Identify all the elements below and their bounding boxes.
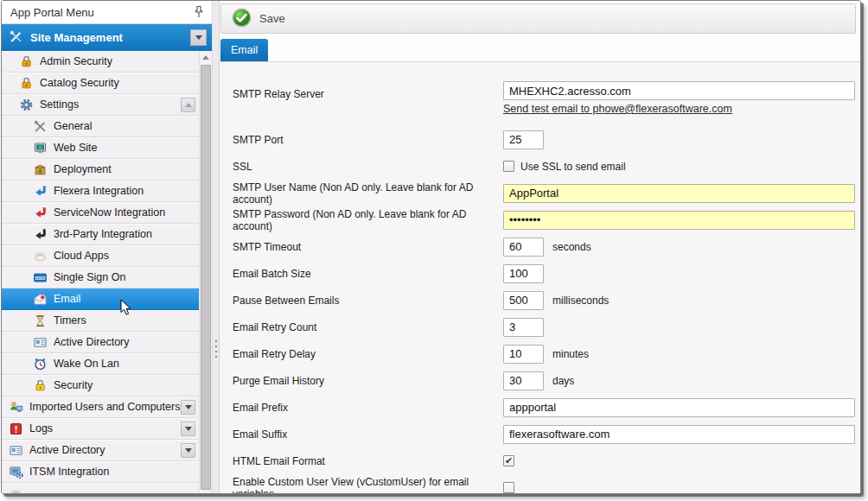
email-prefix-label: Email Prefix [233,402,503,414]
chevron-down-icon [185,405,192,409]
form-row-smtp-port: SMTP Port [233,126,860,153]
sidebar: App Portal Menu Site Management Admin Se… [2,1,212,493]
sidebar-group-site-management[interactable]: Site Management [2,24,212,51]
sidebar-item-logs[interactable]: !Logs [2,418,199,440]
sidebar-item-deployment[interactable]: Deployment [2,159,199,181]
form-row-smtp-relay-server: SMTP Relay ServerSend test email to phow… [233,81,860,126]
smtp-relay-server-input[interactable] [503,81,855,100]
sidebar-item-active-directory[interactable]: Active Directory [2,332,199,353]
form-row-email-retry-count: Email Retry Count [233,314,860,340]
sidebar-item-label: Web Site [54,142,98,154]
group-collapse-button[interactable] [190,29,207,46]
scroll-up-button[interactable] [200,51,212,64]
save-button[interactable]: Save [232,8,285,30]
scrollbar-thumb[interactable] [201,65,211,490]
send-test-email-link[interactable]: Send test email to phowe@flexerasoftware… [503,103,732,115]
sidebar-item-servicenow-integration[interactable]: ServiceNow Integration [2,202,199,224]
sidebar-item-timers[interactable]: Timers [2,310,199,332]
sidebar-item-label: Logs [29,422,53,434]
form-row-email-prefix: Email Prefix [233,394,860,421]
sidebar-item-admin-security[interactable]: Admin Security [2,51,199,73]
tab-email[interactable]: Email [220,39,268,61]
smtp-port-label: SMTP Port [233,134,503,146]
html-email-format-checkbox[interactable] [503,455,514,466]
splitter-grip-icon [215,340,217,358]
smtp-user-name-input[interactable] [503,184,855,203]
sidebar-item-web-site[interactable]: Web Site [2,137,199,159]
users-icon [9,400,23,415]
sidebar-item-imported-users-and-computers[interactable]: Imported Users and Computers [2,396,199,418]
pane-splitter[interactable] [212,1,220,493]
sidebar-item-label: Catalog Security [40,77,119,89]
sidebar-item-label: Settings [40,98,79,111]
email-prefix-input[interactable] [503,398,855,417]
chevron-down-icon [185,427,192,431]
sidebar-item-settings[interactable]: Settings [2,94,199,116]
smtp-relay-server-control: Send test email to phowe@flexerasoftware… [503,81,855,115]
form-row-smtp-user-name: SMTP User Name (Non AD only. Leave blank… [233,180,860,206]
settings-panel: SMTP Relay ServerSend test email to phow… [220,61,860,493]
pin-icon[interactable] [193,5,205,19]
sidebar-item-flexera-integration[interactable]: Flexera Integration [2,181,199,202]
sidebar-item-label: Timers [54,314,86,327]
sidebar-item-label: General [54,120,92,132]
sidebar-item-security[interactable]: Security [2,375,199,396]
email-retry-count-input[interactable] [503,318,544,337]
email-batch-size-control [503,264,544,283]
sidebar-item-3rd-party-integration[interactable]: 3rd-Party Integration [2,224,199,245]
dropdown-button[interactable] [181,422,195,436]
sidebar-title-bar: App Portal Menu [2,1,212,24]
smtp-timeout-input[interactable] [503,238,544,257]
purge-email-history-unit-label: days [552,375,574,387]
dropdown-button[interactable] [181,443,195,458]
ssl-checkbox[interactable] [503,161,514,172]
smtp-timeout-label: SMTP Timeout [233,241,503,253]
sidebar-item-catalog-security[interactable]: Catalog Security [2,73,199,94]
sidebar-item-wake-on-lan[interactable]: Wake On Lan [2,353,199,375]
sidebar-item-label: Active Directory [29,444,105,456]
pause-between-emails-unit-label: milliseconds [552,295,609,307]
purge-email-history-input[interactable] [503,371,544,390]
email-suffix-control [503,425,855,444]
email-prefix-control [503,398,855,417]
sidebar-item-single-sign-on[interactable]: SSOSingle Sign On [2,267,199,289]
sidebar-item-label: Imported Users and Computers [29,401,180,413]
collapse-button[interactable] [181,98,195,112]
enable-custom-user-view-checkbox[interactable] [503,482,514,493]
ssl-checkbox-label: Use SSL to send email [520,161,626,173]
form-row-smtp-timeout: SMTP Timeoutseconds [233,233,860,260]
email-suffix-label: Email Suffix [233,428,503,441]
sidebar-item-label: ServiceNow Integration [54,206,165,219]
sidebar-item-cloud-apps[interactable]: Cloud Apps [2,245,199,267]
email-retry-delay-control: minutes [503,345,589,364]
sidebar-item-label: Flexera Integration [54,185,144,197]
arrow-black-icon [33,227,48,242]
smtp-password-label: SMTP Password (Non AD only. Leave blank … [233,208,503,232]
lock-gold-icon [19,54,34,69]
sidebar-scrollbar[interactable] [199,51,212,492]
sidebar-item-partial-item[interactable] [2,483,199,493]
smtp-user-name-control [503,184,855,203]
sidebar-item-itsm-integration[interactable]: ITSM Integration [2,461,199,483]
chevron-up-icon [202,55,209,60]
sidebar-item-active-directory-group[interactable]: Active Directory [2,440,199,461]
ssl-control: Use SSL to send email [503,161,626,173]
form-row-purge-email-history: Purge Email Historydays [233,367,860,394]
sidebar-item-email[interactable]: Email [2,289,199,310]
email-retry-delay-label: Email Retry Delay [233,348,503,360]
smtp-password-input[interactable] [503,211,855,230]
clock-icon [33,357,48,371]
sidebar-item-label: Deployment [54,163,112,175]
html-email-format-label: HTML Email Format [233,455,503,467]
email-batch-size-input[interactable] [503,264,544,283]
email-retry-delay-unit-label: minutes [552,348,589,360]
email-suffix-input[interactable] [503,425,855,444]
smtp-port-input[interactable] [503,130,544,149]
dropdown-button[interactable] [181,400,195,415]
sidebar-item-label: Single Sign On [54,271,125,283]
sidebar-item-general[interactable]: General [2,116,199,137]
form-row-smtp-password: SMTP Password (Non AD only. Leave blank … [233,206,860,233]
email-retry-delay-input[interactable] [503,345,544,364]
pause-between-emails-input[interactable] [503,291,544,310]
hourglass-icon [33,314,48,328]
